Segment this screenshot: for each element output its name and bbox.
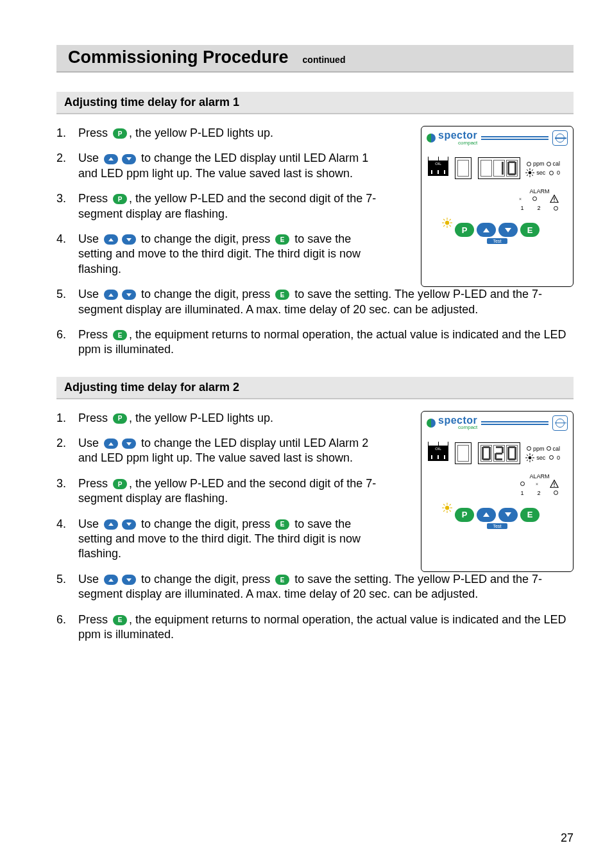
step-item: 6.Press E, the equipment returns to norm… xyxy=(56,327,574,358)
step-text: Use xyxy=(78,517,102,530)
alarm-1-num: 1 xyxy=(520,205,523,211)
p-button-icon: P xyxy=(112,413,128,424)
decor-line xyxy=(481,136,548,140)
oil-indicator: OIL xyxy=(428,446,448,461)
section-heading: Adjusting time delay for alarm 1 xyxy=(56,92,574,114)
step-text: , the yellow P-LED lights up. xyxy=(129,412,273,424)
button-row: PE xyxy=(421,223,573,237)
svg-line-26 xyxy=(450,225,451,227)
seven-segment-display xyxy=(455,157,472,179)
svg-point-38 xyxy=(537,483,538,484)
step-text: to change the digit, press xyxy=(138,517,273,530)
alarm-label: ALARM xyxy=(514,473,565,480)
p-button-icon: P xyxy=(112,194,128,204)
svg-line-37 xyxy=(532,455,533,456)
svg-point-9 xyxy=(520,198,520,199)
step-number: 3. xyxy=(56,191,78,221)
led-cal xyxy=(547,446,551,451)
brand-logo-icon xyxy=(427,134,436,143)
led-sec-on-icon xyxy=(527,169,533,176)
step-number: 6. xyxy=(56,612,78,643)
led-ppm xyxy=(527,446,531,451)
step-text: Use xyxy=(78,152,102,164)
svg-point-20 xyxy=(445,221,448,224)
step-number: 1. xyxy=(56,126,78,141)
alarm-1-led xyxy=(520,481,525,487)
page-number: 27 xyxy=(561,831,574,845)
step-text: Press xyxy=(78,613,111,626)
seven-seg-digit xyxy=(493,445,505,462)
step-item: 5.Use to change the digit, press E to sa… xyxy=(56,287,574,317)
svg-line-45 xyxy=(536,485,537,485)
up-button-icon xyxy=(103,575,119,585)
step-text: Press xyxy=(78,412,111,424)
device-e-button[interactable]: E xyxy=(520,508,540,522)
e-button-icon: E xyxy=(112,330,128,340)
section-heading: Adjusting time delay for alarm 2 xyxy=(56,377,574,399)
alarm-indicator: ALARM12 xyxy=(514,473,565,496)
svg-line-6 xyxy=(532,175,533,176)
seven-seg-digit xyxy=(506,445,518,462)
step-text: Press xyxy=(78,477,111,490)
p-led-on-icon xyxy=(442,218,452,230)
seven-seg-digit xyxy=(457,445,469,462)
oil-indicator: OIL xyxy=(428,161,448,176)
svg-point-19 xyxy=(554,201,554,202)
svg-line-17 xyxy=(521,198,522,199)
step-text: Use xyxy=(78,288,102,300)
device-up-button[interactable] xyxy=(477,508,496,522)
seven-segment-display xyxy=(478,157,520,179)
decor-line xyxy=(481,421,548,425)
seven-segment-display xyxy=(478,442,520,464)
gestra-logo-icon xyxy=(552,130,568,146)
brand-logo-icon xyxy=(427,419,436,428)
step-number: 6. xyxy=(56,327,78,358)
svg-line-54 xyxy=(443,504,445,505)
step-text: Press xyxy=(78,126,111,139)
step-text: , the equipment returns to normal operat… xyxy=(78,328,566,356)
down-button-icon xyxy=(121,290,137,300)
svg-line-25 xyxy=(443,219,445,220)
brand-sub: compact xyxy=(438,425,477,430)
device-p-button[interactable]: P xyxy=(455,223,474,237)
up-button-icon xyxy=(103,234,119,245)
p-button-icon: P xyxy=(112,479,128,489)
device-panel: spectorcompactOILppmcalsec0ALARM12PETest xyxy=(421,411,574,572)
step-text: , the yellow P-LED lights up. xyxy=(129,126,273,139)
device-down-button[interactable] xyxy=(498,223,518,237)
svg-line-57 xyxy=(450,504,451,505)
step-text: to change the digit, press xyxy=(138,232,273,245)
label-ppm: ppm xyxy=(533,446,545,452)
brand: spectorcompact xyxy=(427,416,477,430)
e-button-icon: E xyxy=(275,575,290,585)
device-e-button[interactable]: E xyxy=(520,223,540,237)
device-p-button[interactable]: P xyxy=(455,508,474,522)
step-number: 5. xyxy=(56,572,78,602)
brand-sub: compact xyxy=(438,141,477,145)
title-bar: Commissioning Procedure continued xyxy=(56,45,574,73)
up-button-icon xyxy=(103,154,119,164)
step-item: 6.Press E, the equipment returns to norm… xyxy=(56,612,574,643)
svg-line-43 xyxy=(536,483,537,483)
svg-line-14 xyxy=(519,198,520,199)
alarm-1-num: 1 xyxy=(520,490,523,496)
warning-icon xyxy=(550,480,559,489)
page-title: Commissioning Procedure xyxy=(68,48,289,67)
svg-line-15 xyxy=(521,200,522,200)
svg-line-5 xyxy=(527,169,528,171)
step-text: , the equipment returns to normal operat… xyxy=(78,613,566,641)
device-panel: spectorcompactOILppmcalsec0ALARM12PETest xyxy=(421,126,574,287)
svg-line-35 xyxy=(532,460,533,461)
p-button-icon: P xyxy=(112,128,128,139)
alarm-2-num: 2 xyxy=(537,205,540,211)
seven-segment-display xyxy=(455,442,472,464)
device-up-button[interactable] xyxy=(477,223,496,237)
svg-point-29 xyxy=(529,456,531,459)
svg-line-8 xyxy=(532,169,533,171)
gestra-logo-icon xyxy=(552,415,568,431)
device-down-button[interactable] xyxy=(498,508,518,522)
seven-seg-digit xyxy=(493,160,505,177)
indicator-column: ppmcalsec0 xyxy=(527,161,560,176)
up-button-icon xyxy=(103,519,119,530)
step-item: 5.Use to change the digit, press E to sa… xyxy=(56,572,574,602)
